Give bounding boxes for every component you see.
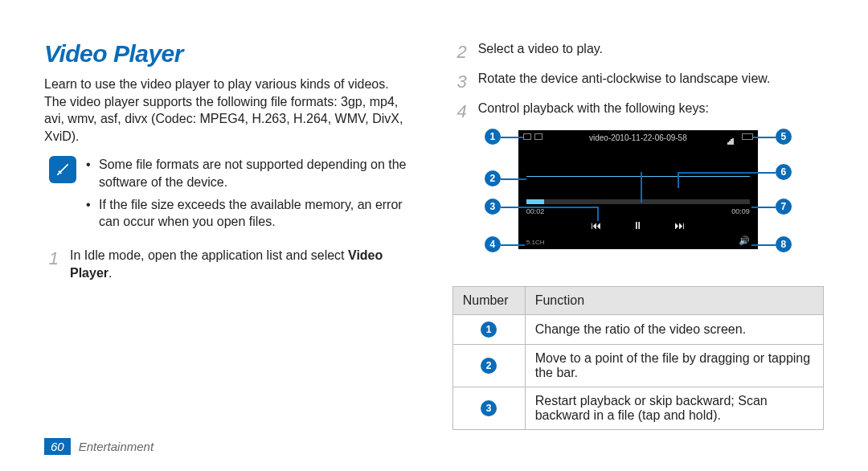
callout-6: 6 bbox=[776, 164, 792, 180]
callout-2: 2 bbox=[485, 170, 501, 186]
step-item: 3 Rotate the device anti-clockwise to la… bbox=[452, 70, 824, 95]
step-number: 3 bbox=[452, 70, 467, 95]
note-bullet: If the file size exceeds the available m… bbox=[86, 196, 408, 231]
page-footer: 60 Entertainment bbox=[44, 438, 154, 455]
row-function: Restart playback or skip backward; Scan … bbox=[525, 387, 823, 430]
step-text: In Idle mode, open the application list … bbox=[70, 248, 348, 262]
note-icon bbox=[49, 156, 76, 183]
callout-7: 7 bbox=[776, 199, 792, 215]
step-item: 4 Control playback with the following ke… bbox=[452, 100, 824, 125]
intro-text: Learn to use the video player to play va… bbox=[44, 76, 408, 145]
table-header-number: Number bbox=[452, 287, 525, 315]
step-item: 1 In Idle mode, open the application lis… bbox=[44, 247, 408, 283]
row-number-badge: 1 bbox=[481, 322, 497, 338]
prev-icon: ⏮ bbox=[590, 219, 603, 231]
page-number: 60 bbox=[44, 438, 71, 455]
time-elapsed: 00:02 bbox=[526, 207, 545, 215]
callout-8: 8 bbox=[776, 236, 792, 252]
progress-bar bbox=[526, 199, 750, 204]
status-icons bbox=[727, 133, 753, 140]
step-text: Rotate the device anti-clockwise to land… bbox=[478, 70, 824, 95]
step-text: Select a video to play. bbox=[478, 40, 824, 65]
time-total: 00:09 bbox=[731, 207, 750, 215]
step-number: 2 bbox=[452, 40, 467, 65]
table-row: 3 Restart playback or skip backward; Sca… bbox=[452, 387, 823, 430]
table-row: 2 Move to a point of the file by draggin… bbox=[452, 345, 823, 387]
playback-controls: ⏮ ⏸ ⏭ bbox=[518, 219, 758, 231]
note-bullet: Some file formats are not supported depe… bbox=[86, 156, 408, 190]
footer-section: Entertainment bbox=[79, 440, 154, 453]
pause-icon: ⏸ bbox=[632, 219, 645, 231]
row-function: Move to a point of the file by dragging … bbox=[525, 345, 823, 387]
table-header-function: Function bbox=[525, 287, 823, 315]
note-box: Some file formats are not supported depe… bbox=[44, 156, 408, 235]
row-number-badge: 3 bbox=[481, 400, 497, 416]
callout-4: 4 bbox=[485, 236, 501, 252]
step-text-after: . bbox=[108, 266, 112, 280]
section-heading: Video Player bbox=[44, 40, 408, 68]
volume-icon: 🔊 bbox=[739, 236, 750, 246]
row-number-badge: 2 bbox=[481, 358, 497, 374]
next-icon: ⏭ bbox=[674, 219, 686, 231]
step-number: 4 bbox=[452, 100, 467, 125]
row-function: Change the ratio of the video screen. bbox=[525, 315, 823, 345]
srs-label: 5.1CH bbox=[526, 239, 545, 246]
step-number: 1 bbox=[44, 247, 59, 283]
table-row: 1 Change the ratio of the video screen. bbox=[452, 315, 823, 345]
function-table: Number Function 1 Change the ratio of th… bbox=[452, 286, 824, 430]
callout-1: 1 bbox=[485, 129, 501, 145]
callout-3: 3 bbox=[485, 199, 501, 215]
video-diagram: video-2010-11-22-06-09-58 00:02 00:09 ⏮ … bbox=[481, 130, 795, 275]
seek-guide bbox=[526, 175, 750, 177]
step-item: 2 Select a video to play. bbox=[452, 40, 824, 65]
video-player-mock: video-2010-11-22-06-09-58 00:02 00:09 ⏮ … bbox=[518, 130, 758, 249]
step-text: Control playback with the following keys… bbox=[478, 100, 824, 125]
callout-5: 5 bbox=[776, 129, 792, 145]
video-title: video-2010-11-22-06-09-58 bbox=[518, 133, 758, 142]
